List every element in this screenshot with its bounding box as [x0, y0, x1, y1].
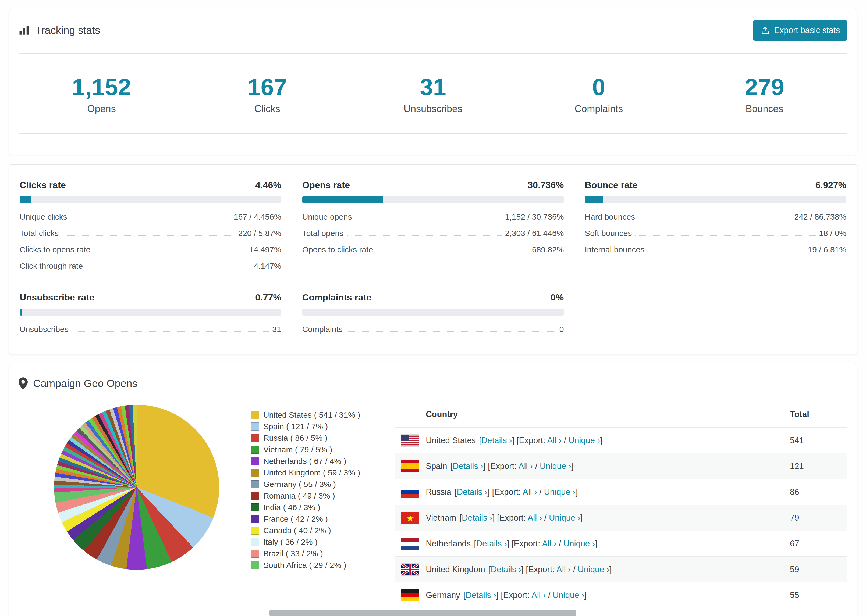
rate-block-bounce-rate: Bounce rate6.927%Hard bounces242 / 86.73…: [585, 180, 846, 254]
stat-cell-opens: 1,152Opens: [19, 54, 184, 133]
export-all-link[interactable]: All ›: [542, 539, 556, 548]
rate-stat-row: Complaints0: [302, 325, 564, 334]
pie-legend: United States ( 541 / 31% )Spain ( 121 /…: [251, 403, 360, 571]
country-cell: Netherlands[Details ›] [Export: All › / …: [401, 537, 790, 550]
legend-label: Vietnam ( 79 / 5% ): [263, 445, 332, 454]
dotted-leader: [346, 331, 556, 332]
legend-color-swatch: [251, 469, 259, 477]
export-all-link[interactable]: All ›: [518, 462, 533, 471]
legend-color-swatch: [251, 434, 259, 442]
export-unique-link[interactable]: Unique ›: [549, 513, 580, 522]
details-link[interactable]: Details ›: [466, 591, 496, 600]
link-separator: /: [556, 539, 564, 548]
export-all-link[interactable]: All ›: [531, 591, 546, 600]
link-separator: /: [533, 462, 540, 471]
tracking-stats-card: Tracking stats Export basic stats 1,152O…: [9, 8, 857, 155]
details-link[interactable]: Details ›: [453, 462, 483, 471]
stat-cell-bounces: 279Bounces: [682, 54, 847, 133]
bracket-close: ]: [580, 513, 583, 522]
details-link[interactable]: Details ›: [476, 539, 507, 548]
details-link[interactable]: Details ›: [491, 565, 521, 574]
bracket-open: [: [455, 487, 457, 497]
progress-bar: [302, 196, 564, 203]
stat-cell-complaints: 0Complaints: [516, 54, 682, 133]
country-name: Spain: [426, 462, 447, 471]
dotted-leader: [347, 235, 502, 236]
country-text: Germany[Details ›] [Export: All › / Uniq…: [426, 591, 587, 600]
export-all-link[interactable]: All ›: [547, 436, 562, 445]
total-column-header: Total: [790, 410, 841, 419]
progress-bar: [585, 196, 846, 203]
flag-icon-es: [401, 460, 419, 473]
legend-label: India ( 46 / 3% ): [263, 503, 320, 512]
rate-stat-row: Unique opens1,152 / 30.736%: [302, 212, 564, 222]
export-icon: [761, 26, 770, 35]
country-cell: Vietnam[Details ›] [Export: All › / Uniq…: [401, 512, 790, 524]
rate-stat-value: 19 / 6.81%: [808, 245, 846, 254]
export-unique-link[interactable]: Unique ›: [540, 462, 571, 471]
export-unique-link[interactable]: Unique ›: [578, 565, 609, 574]
country-text: United States[Details ›] [Export: All › …: [426, 436, 602, 445]
bracket-close: ]: [609, 565, 612, 574]
export-basic-stats-button[interactable]: Export basic stats: [753, 20, 847, 41]
details-link[interactable]: Details ›: [457, 487, 488, 497]
export-label: ] [Export:: [521, 565, 556, 574]
rate-title: Opens rate: [302, 180, 350, 190]
legend-label: United Kingdom ( 59 / 3% ): [263, 468, 360, 477]
legend-item-brazil: Brazil ( 33 / 2% ): [251, 548, 360, 559]
legend-item-canada: Canada ( 40 / 2% ): [251, 525, 360, 536]
country-total: 67: [790, 539, 841, 548]
export-all-link[interactable]: All ›: [556, 565, 571, 574]
flag-icon-gb: [401, 563, 419, 576]
geo-table-row-netherlands: Netherlands[Details ›] [Export: All › / …: [395, 531, 847, 556]
country-name: United States: [426, 436, 476, 445]
stat-cell-clicks: 167Clicks: [184, 54, 350, 133]
rate-stat-row: Click through rate4.147%: [20, 261, 281, 271]
bracket-close: ]: [595, 539, 597, 548]
export-all-link[interactable]: All ›: [523, 487, 537, 497]
export-unique-link[interactable]: Unique ›: [564, 539, 595, 548]
legend-item-netherlands: Netherlands ( 67 / 4% ): [251, 455, 360, 467]
legend-color-swatch: [251, 423, 259, 431]
map-pin-icon: [19, 377, 28, 390]
rate-title: Bounce rate: [585, 180, 638, 190]
horizontal-scrollbar-thumb[interactable]: [269, 610, 576, 616]
rate-stat-value: 689.82%: [532, 245, 564, 254]
legend-color-swatch: [251, 538, 259, 546]
country-text: Netherlands[Details ›] [Export: All › / …: [426, 539, 597, 548]
country-name: Netherlands: [426, 539, 471, 548]
page: Tracking stats Export basic stats 1,152O…: [0, 0, 866, 616]
geo-opens-header: Campaign Geo Opens: [19, 377, 847, 390]
details-link[interactable]: Details ›: [482, 436, 512, 445]
details-link[interactable]: Details ›: [462, 513, 493, 522]
rate-stat-label: Click through rate: [20, 261, 83, 271]
progress-bar-fill: [20, 308, 22, 316]
legend-item-italy: Italy ( 36 / 2% ): [251, 536, 360, 548]
rate-stat-value: 220 / 5.87%: [238, 229, 281, 238]
export-unique-link[interactable]: Unique ›: [568, 436, 600, 445]
stat-cell-unsubscribes: 31Unsubscribes: [350, 54, 516, 133]
bracket-open: [: [479, 436, 482, 445]
export-unique-link[interactable]: Unique ›: [553, 591, 584, 600]
export-all-link[interactable]: All ›: [527, 513, 542, 522]
legend-color-swatch: [251, 457, 259, 465]
legend-item-germany: Germany ( 55 / 3% ): [251, 478, 360, 490]
country-total: 86: [790, 487, 841, 497]
bracket-open: [: [450, 462, 453, 471]
stat-value: 31: [350, 75, 516, 99]
rate-stat-value: 167 / 4.456%: [234, 212, 281, 222]
stat-value: 279: [682, 75, 847, 99]
link-separator: /: [571, 565, 578, 574]
export-basic-stats-label: Export basic stats: [774, 25, 840, 35]
progress-bar: [302, 308, 564, 316]
country-text: Vietnam[Details ›] [Export: All › / Uniq…: [426, 513, 583, 523]
export-unique-link[interactable]: Unique ›: [544, 487, 575, 497]
legend-item-vietnam: Vietnam ( 79 / 5% ): [251, 444, 360, 455]
rate-stat-value: 0: [559, 325, 564, 334]
legend-color-swatch: [251, 561, 259, 569]
geo-opens-content: United States ( 541 / 31% )Spain ( 121 /…: [19, 403, 847, 608]
stat-label: Unsubscribes: [350, 103, 516, 115]
geo-table-row-spain: Spain[Details ›] [Export: All › / Unique…: [395, 453, 847, 479]
geo-table-row-germany: Germany[Details ›] [Export: All › / Uniq…: [395, 582, 847, 608]
dotted-leader: [355, 219, 502, 219]
